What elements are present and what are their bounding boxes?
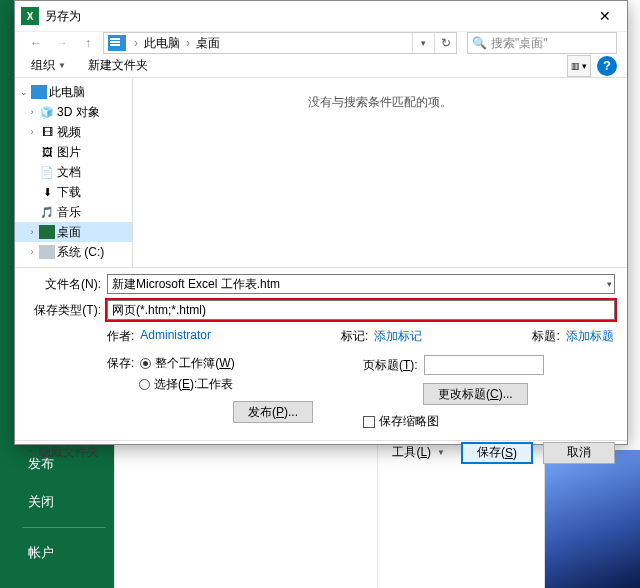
tree-item-desktop[interactable]: 桌面: [57, 224, 81, 241]
tree-item[interactable]: 视频: [57, 124, 81, 141]
tree-item[interactable]: 文档: [57, 164, 81, 181]
desktop-icon: [39, 225, 55, 239]
nav-forward-icon[interactable]: →: [51, 32, 73, 54]
title-label: 标题:: [532, 328, 559, 345]
tags-label: 标记:: [341, 328, 368, 345]
organize-button[interactable]: 组织▼: [25, 54, 72, 77]
page-title-label: 页标题(T):: [363, 357, 418, 374]
videos-icon: 🎞: [39, 125, 55, 139]
nav-up-icon[interactable]: ↑: [77, 32, 99, 54]
title-value[interactable]: 添加标题: [566, 328, 614, 345]
tree-this-pc[interactable]: 此电脑: [49, 84, 85, 101]
pictures-icon: 🖼: [39, 145, 55, 159]
hide-folders-toggle[interactable]: ⌃隐藏文件夹: [27, 444, 99, 461]
nav-back-icon[interactable]: ←: [25, 32, 47, 54]
dialog-title: 另存为: [45, 8, 583, 25]
addr-dropdown-icon[interactable]: ▾: [412, 33, 434, 53]
tools-button[interactable]: 工具(L)▼: [386, 441, 451, 464]
tree-item[interactable]: 图片: [57, 144, 81, 161]
savetype-combo[interactable]: 网页(*.htm;*.html)▾: [107, 300, 615, 320]
radio-selection[interactable]: [139, 379, 150, 390]
folder-tree[interactable]: ⌄此电脑 ›🧊3D 对象 ›🎞视频 🖼图片 📄文档 ⬇下载 🎵音乐 ›桌面 ›系…: [15, 78, 133, 267]
cancel-button[interactable]: 取消: [543, 442, 615, 464]
new-folder-button[interactable]: 新建文件夹: [82, 54, 154, 77]
breadcrumb-root[interactable]: 此电脑: [142, 35, 182, 52]
tree-item[interactable]: 下载: [57, 184, 81, 201]
change-title-button[interactable]: 更改标题(C)...: [423, 383, 528, 405]
save-thumbnail-label: 保存缩略图: [379, 413, 439, 430]
this-pc-icon: [108, 35, 126, 51]
help-icon[interactable]: ?: [597, 56, 617, 76]
save-as-dialog: X 另存为 ✕ ← → ↑ › 此电脑 › 桌面 ▾ ↻ 🔍 搜索"桌面": [14, 0, 628, 445]
search-icon: 🔍: [472, 36, 487, 50]
author-value[interactable]: Administrator: [140, 328, 211, 345]
radio-whole-workbook[interactable]: [140, 358, 151, 369]
this-pc-icon: [31, 85, 47, 99]
tree-item[interactable]: 音乐: [57, 204, 81, 221]
app-sidebar-close[interactable]: 关闭: [14, 483, 114, 521]
app-sidebar-account[interactable]: 帐户: [14, 534, 114, 572]
search-input[interactable]: 🔍 搜索"桌面": [467, 32, 617, 54]
refresh-icon[interactable]: ↻: [434, 33, 456, 53]
page-title-input[interactable]: [424, 355, 544, 375]
view-options-button[interactable]: ▥ ▾: [567, 55, 591, 77]
search-placeholder: 搜索"桌面": [491, 35, 548, 52]
author-label: 作者:: [107, 328, 134, 345]
tags-value[interactable]: 添加标记: [374, 328, 422, 345]
documents-icon: 📄: [39, 165, 55, 179]
3d-objects-icon: 🧊: [39, 105, 55, 119]
background-image: [544, 450, 640, 588]
drive-icon: [39, 245, 55, 259]
tree-item[interactable]: 系统 (C:): [57, 244, 104, 261]
downloads-icon: ⬇: [39, 185, 55, 199]
breadcrumb-location[interactable]: 桌面: [194, 35, 222, 52]
save-thumbnail-checkbox[interactable]: [363, 416, 375, 428]
music-icon: 🎵: [39, 205, 55, 219]
filename-label: 文件名(N):: [27, 276, 101, 293]
filename-input[interactable]: 新建Microsoft Excel 工作表.htm▾: [107, 274, 615, 294]
excel-icon: X: [21, 7, 39, 25]
file-list: 没有与搜索条件匹配的项。: [133, 78, 627, 267]
empty-message: 没有与搜索条件匹配的项。: [308, 94, 452, 111]
close-button[interactable]: ✕: [583, 1, 627, 31]
savetype-label: 保存类型(T):: [27, 302, 101, 319]
address-bar[interactable]: › 此电脑 › 桌面 ▾ ↻: [103, 32, 457, 54]
save-button[interactable]: 保存(S): [461, 442, 533, 464]
save-scope-label: 保存:: [107, 355, 134, 372]
publish-button[interactable]: 发布(P)...: [233, 401, 313, 423]
tree-item[interactable]: 3D 对象: [57, 104, 100, 121]
